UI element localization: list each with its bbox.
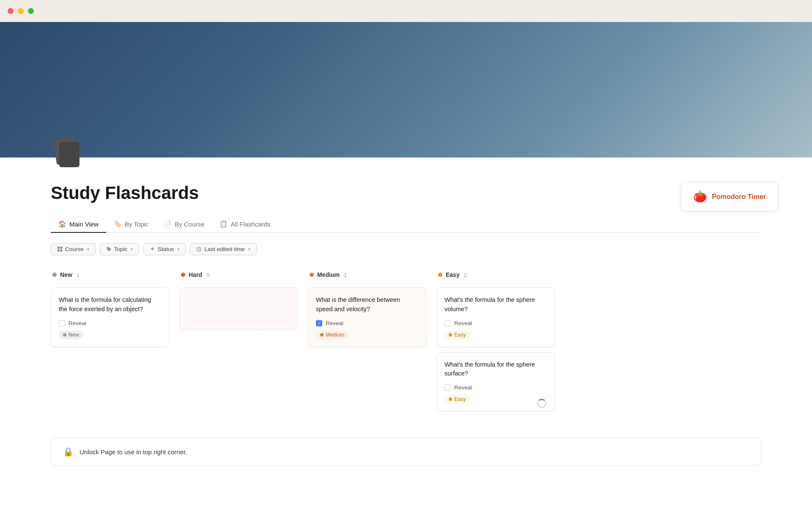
svg-rect-2 <box>58 249 60 251</box>
reveal-checkbox[interactable] <box>316 320 322 326</box>
reveal-row: Reveal <box>444 384 547 391</box>
column-easy-label: Easy <box>446 271 460 278</box>
badge-dot <box>63 333 66 337</box>
hard-dot <box>181 273 185 277</box>
table-row: What is the formula for calculating the … <box>51 287 169 347</box>
loading-spinner <box>537 399 546 408</box>
kanban-board: New 1 What is the formula for calculatin… <box>51 267 761 425</box>
status-badge: Medium <box>316 331 348 339</box>
column-medium-header: Medium 1 <box>308 267 426 282</box>
card-question: What is the difference between speed and… <box>316 295 418 314</box>
status-filter-chevron: ▾ <box>177 247 179 251</box>
minimize-button[interactable] <box>18 8 24 14</box>
badge-label: New <box>69 332 79 338</box>
hard-empty-state <box>179 287 298 330</box>
svg-rect-1 <box>60 247 62 249</box>
table-row: What's the formula for the sphere volume… <box>436 287 555 347</box>
unlock-text: Unlock Page to use in top right corner. <box>80 448 187 456</box>
column-medium: Medium 1 What is the difference between … <box>308 267 426 417</box>
last-edited-filter-label: Last edited time <box>204 246 244 252</box>
svg-rect-0 <box>58 247 60 249</box>
reveal-checkbox[interactable] <box>444 384 451 391</box>
hero-banner <box>0 22 812 157</box>
course-filter-label: Course <box>65 246 84 252</box>
last-edited-filter[interactable]: Last edited time ▾ <box>190 243 256 255</box>
medium-dot <box>310 273 314 277</box>
badge-label: Medium <box>326 332 344 338</box>
reveal-label: Reveal <box>454 384 472 391</box>
reveal-label: Reveal <box>69 320 86 326</box>
last-edited-filter-chevron: ▾ <box>248 247 250 251</box>
tab-by-course[interactable]: 📄 By Course <box>156 216 212 233</box>
badge-label: Easy <box>454 396 466 402</box>
column-hard-header: Hard 0 <box>179 267 298 282</box>
tag-icon <box>106 246 112 252</box>
topic-filter-label: Topic <box>114 246 128 252</box>
tab-by-topic-label: By Topic <box>125 221 148 228</box>
tab-main-view-label: Main View <box>69 221 99 228</box>
status-badge: Easy <box>444 395 470 403</box>
pomodoro-widget[interactable]: 🍅 Pomodoro Timer <box>681 182 778 211</box>
badge-dot <box>449 333 452 337</box>
reveal-checkbox[interactable] <box>444 320 451 326</box>
card-front <box>59 142 80 167</box>
column-hard: Hard 0 <box>179 267 298 417</box>
badge-dot <box>449 398 452 401</box>
topic-filter[interactable]: Topic ▾ <box>100 243 140 255</box>
by-course-icon: 📄 <box>164 220 172 228</box>
page-icon-wrap <box>51 136 85 170</box>
status-badge: Easy <box>444 331 470 339</box>
column-new-header: New 1 <box>51 267 169 282</box>
close-button[interactable] <box>8 8 14 14</box>
pomodoro-label: Pomodoro Timer <box>712 193 766 201</box>
status-filter[interactable]: Status ▾ <box>143 243 186 255</box>
page-icon <box>51 136 85 170</box>
sparkle-icon <box>150 246 155 252</box>
card-question: What's the formula for the sphere surfac… <box>444 360 547 379</box>
reveal-row: Reveal <box>59 320 161 326</box>
all-flashcards-icon: 📋 <box>219 220 228 228</box>
unlock-banner: 🔒 Unlock Page to use in top right corner… <box>51 438 761 466</box>
tab-main-view[interactable]: 🏠 Main View <box>51 216 106 233</box>
column-new: New 1 What is the formula for calculatin… <box>51 267 169 417</box>
badge-label: Easy <box>454 332 466 338</box>
column-hard-count: 0 <box>206 272 209 278</box>
filter-bar: Course ▾ Topic ▾ Status ▾ Last edited ti… <box>51 243 761 255</box>
reveal-row: Reveal <box>444 320 547 326</box>
tab-all-flashcards[interactable]: 📋 All Flashcards <box>212 216 278 233</box>
column-new-count: 1 <box>77 272 80 278</box>
column-medium-label: Medium <box>317 271 340 278</box>
easy-dot <box>438 273 442 277</box>
clock-icon <box>196 246 202 252</box>
titlebar <box>0 0 812 22</box>
new-dot <box>52 273 57 277</box>
card-question: What's the formula for the sphere volume… <box>444 295 547 314</box>
reveal-checkbox[interactable] <box>59 320 65 326</box>
badge-dot <box>320 333 324 337</box>
column-hard-label: Hard <box>189 271 202 278</box>
svg-rect-3 <box>60 249 62 251</box>
reveal-label: Reveal <box>454 320 472 326</box>
table-row: What is the difference between speed and… <box>308 287 426 347</box>
status-filter-label: Status <box>158 246 174 252</box>
status-badge: New <box>59 331 83 339</box>
page-title: Study Flashcards <box>51 183 761 203</box>
column-easy-count: 2 <box>464 272 467 278</box>
card-question: What is the formula for calculating the … <box>59 295 161 314</box>
by-topic-icon: 🏷️ <box>114 220 122 228</box>
tomato-icon: 🍅 <box>693 190 707 203</box>
column-easy: Easy 2 What's the formula for the sphere… <box>436 267 555 417</box>
tab-by-topic[interactable]: 🏷️ By Topic <box>106 216 156 233</box>
maximize-button[interactable] <box>28 8 34 14</box>
column-medium-count: 1 <box>344 272 347 278</box>
course-filter-chevron: ▾ <box>87 247 89 251</box>
flashcard-icon <box>55 138 80 168</box>
tabs-bar: 🏠 Main View 🏷️ By Topic 📄 By Course 📋 Al… <box>51 216 761 233</box>
grid-icon <box>57 246 63 252</box>
reveal-row: Reveal <box>316 320 418 326</box>
column-new-label: New <box>60 271 72 278</box>
tab-all-flashcards-label: All Flashcards <box>230 221 270 228</box>
course-filter[interactable]: Course ▾ <box>51 243 96 255</box>
lock-icon: 🔒 <box>63 447 74 457</box>
column-easy-header: Easy 2 <box>436 267 555 282</box>
